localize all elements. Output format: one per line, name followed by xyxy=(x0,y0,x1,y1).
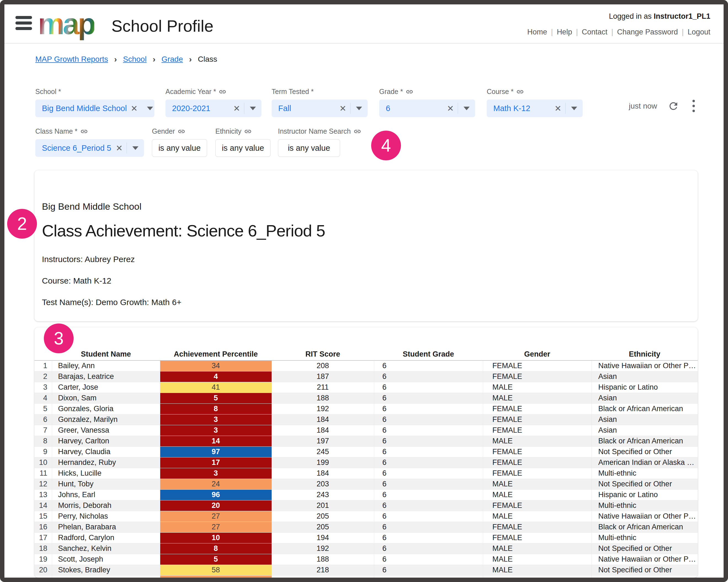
link-icon xyxy=(178,128,185,135)
filter-instructor-name-search: Instructor Name Search is any value xyxy=(278,127,340,157)
rit-score-cell: 184 xyxy=(271,425,374,436)
row-number: 16 xyxy=(34,522,52,532)
table-row: 17Radford, Carylon101946FEMALEMulti-ethn… xyxy=(34,532,698,543)
breadcrumb-map-growth-reports[interactable]: MAP Growth Reports xyxy=(35,55,108,64)
chevron-down-icon[interactable] xyxy=(132,146,138,150)
instructor-name-filter-value[interactable]: is any value xyxy=(278,139,340,157)
rit-score-cell: 199 xyxy=(271,457,374,468)
rit-score-cell: 192 xyxy=(271,404,374,414)
clear-filter-icon[interactable]: ✕ xyxy=(554,104,562,113)
report-course: Course: Math K-12 xyxy=(42,276,687,285)
student-name-cell: Gonzales, Gloria xyxy=(52,404,160,414)
student-name-cell: Stokes, Bradley xyxy=(52,565,160,575)
table-row: 13Johns, Earl962436MALEHispanic or Latin… xyxy=(34,490,698,500)
gender-filter-value[interactable]: is any value xyxy=(152,139,207,157)
col-header-gender: Gender xyxy=(483,348,592,360)
link-icon xyxy=(354,128,361,135)
student-grade-cell: 6 xyxy=(374,393,483,404)
ethnicity-cell: Hispanic or Latino xyxy=(592,382,698,393)
link-icon xyxy=(244,128,252,135)
achievement-percentile-cell: 34 xyxy=(160,360,271,371)
nav-change-password-link[interactable]: Change Password xyxy=(617,28,678,36)
clear-filter-icon[interactable]: ✕ xyxy=(116,143,123,153)
nav-contact-link[interactable]: Contact xyxy=(582,28,607,36)
rit-score-cell: 188 xyxy=(271,554,374,565)
achievement-percentile-cell: 8 xyxy=(160,404,271,414)
course-filter-chip[interactable]: Math K-12 ✕ xyxy=(487,100,583,117)
report-test-names: Test Name(s): Demo Growth: Math 6+ xyxy=(42,298,687,307)
school-profile-page: map School Profile Logged in as Instruct… xyxy=(0,0,728,582)
rit-score-cell: 211 xyxy=(271,382,374,393)
nav-home-link[interactable]: Home xyxy=(527,28,547,36)
school-filter-chip[interactable]: Big Bend Middle School ✕ xyxy=(35,100,154,117)
ethnicity-cell: Multi-ethnic xyxy=(592,500,698,511)
achievement-percentile-cell: 4 xyxy=(160,371,271,382)
row-number: 17 xyxy=(34,532,52,543)
table-row: 16Phelan, Barabara272056FEMALEBlack or A… xyxy=(34,522,698,532)
ethnicity-cell: Hispanic or Latino xyxy=(592,490,698,500)
more-options-kebab-icon[interactable] xyxy=(690,99,698,113)
student-grade-cell: 6 xyxy=(374,425,483,436)
clear-filter-icon[interactable]: ✕ xyxy=(131,104,138,113)
username: Instructor1_PL1 xyxy=(654,12,710,20)
chevron-down-icon[interactable] xyxy=(571,107,577,110)
logged-in-as: Logged in as Instructor1_PL1 xyxy=(527,12,710,21)
ethnicity-cell: Not Specified or Other xyxy=(592,565,698,575)
student-grade-cell: 6 xyxy=(374,360,483,371)
hamburger-menu-icon[interactable] xyxy=(16,16,33,32)
clear-filter-icon[interactable]: ✕ xyxy=(447,104,454,113)
row-number: 6 xyxy=(34,414,52,425)
gender-cell: FEMALE xyxy=(483,468,592,479)
achievement-percentile-cell: 5 xyxy=(160,393,271,404)
grade-filter-chip[interactable]: 6 ✕ xyxy=(379,100,475,117)
filter-school: School * Big Bend Middle School ✕ xyxy=(35,88,154,117)
col-header-student-name: Student Name xyxy=(52,348,160,360)
gender-cell: FEMALE xyxy=(483,360,592,371)
rit-score-cell: 192 xyxy=(271,543,374,554)
student-name-cell: Dixon, Sam xyxy=(52,393,160,404)
class-name-filter-chip[interactable]: Science 6_Period 5 ✕ xyxy=(35,139,144,157)
gender-cell: MALE xyxy=(483,543,592,554)
term-tested-filter-chip[interactable]: Fall ✕ xyxy=(271,100,368,117)
chevron-down-icon[interactable] xyxy=(464,107,470,110)
annotation-badge-2: 2 xyxy=(7,209,37,239)
filter-class-name: Class Name * Science 6_Period 5 ✕ xyxy=(35,127,144,157)
nav-help-link[interactable]: Help xyxy=(557,28,572,36)
table-row: 18Sanchez, Kelvin81926MALENot Specified … xyxy=(34,543,698,554)
refresh-icon[interactable] xyxy=(668,100,679,112)
academic-year-filter-chip[interactable]: 2020-2021 ✕ xyxy=(165,100,261,117)
achievement-percentile-cell: 10 xyxy=(160,532,271,543)
clear-filter-icon[interactable]: ✕ xyxy=(339,104,346,113)
chevron-down-icon[interactable] xyxy=(250,107,256,110)
top-header-bar: map School Profile Logged in as Instruct… xyxy=(4,4,724,44)
breadcrumb-school[interactable]: School xyxy=(123,55,147,64)
nav-logout-link[interactable]: Logout xyxy=(687,28,710,36)
rit-score-cell: 187 xyxy=(271,371,374,382)
annotation-badge-3: 3 xyxy=(44,324,74,353)
col-header-achievement-percentile: Achievement Percentile xyxy=(160,348,271,360)
chevron-down-icon[interactable] xyxy=(356,107,362,110)
student-table: Student Name Achievement Percentile RIT … xyxy=(34,348,698,578)
achievement-percentile-cell: 14 xyxy=(160,436,271,446)
chevron-right-icon: › xyxy=(153,55,156,64)
link-icon xyxy=(80,128,88,135)
gender-cell: FEMALE xyxy=(483,404,592,414)
gender-cell: MALE xyxy=(483,436,592,446)
gender-cell: MALE xyxy=(483,554,592,565)
table-row: 10Hernandez, Ruby171996FEMALEAmerican In… xyxy=(34,457,698,468)
ethnicity-filter-value[interactable]: is any value xyxy=(215,139,270,157)
refresh-area: just now xyxy=(629,99,698,113)
utility-nav: Home|Help|Contact|Change Password|Logout xyxy=(527,28,710,36)
chevron-right-icon: › xyxy=(114,55,117,64)
table-row: 1Bailey, Ann342086FEMALENative Hawaiian … xyxy=(34,360,698,371)
row-number: 15 xyxy=(34,511,52,522)
ethnicity-cell: Asian xyxy=(592,393,698,404)
student-name-cell: Hicks, Lucille xyxy=(52,468,160,479)
clear-filter-icon[interactable]: ✕ xyxy=(233,104,240,113)
student-grade-cell: 6 xyxy=(374,532,483,543)
breadcrumb-grade[interactable]: Grade xyxy=(162,55,183,64)
student-name-cell: Sanchez, Kelvin xyxy=(52,543,160,554)
chevron-down-icon[interactable] xyxy=(147,107,153,110)
ethnicity-cell: Asian xyxy=(592,371,698,382)
report-title: Class Achievement: Science 6_Period 5 xyxy=(42,221,687,240)
